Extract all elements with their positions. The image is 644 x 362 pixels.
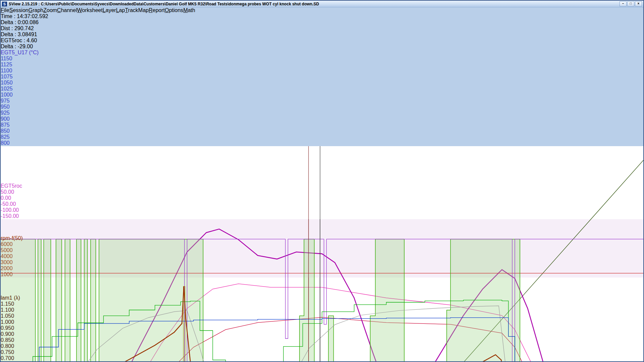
menu-item-math[interactable]: Math	[183, 7, 195, 13]
y-tick-label: 825	[1, 134, 643, 140]
y-tick-label: 975	[1, 98, 643, 104]
maximize-button[interactable]: □	[627, 1, 634, 6]
y-tick-label: 1150	[1, 56, 643, 62]
y-tick-label: 1100	[1, 68, 643, 74]
menu-item-channel[interactable]: Channel	[57, 7, 77, 13]
menu-item-lap[interactable]: Lap	[116, 7, 125, 13]
menu-item-worksheet[interactable]: Worksheet	[77, 7, 103, 13]
app-icon: S	[2, 2, 7, 6]
egt-y-axis-ticks: 1150112511001075105010251000975950925900…	[1, 56, 643, 146]
y-tick-label: 925	[1, 110, 643, 116]
charts-area: EGT5_U17 (°C) 11501125110010751050102510…	[1, 50, 643, 362]
sview-window: { "window": { "title": "SView 2.15.219 :…	[0, 0, 644, 362]
cursor-info-group-0: Time : 14:37:02.592Delta : 0:00.086	[1, 13, 643, 25]
rpm-plot[interactable]	[1, 278, 643, 362]
y-tick-label: 900	[1, 116, 643, 122]
egt-chart-panel: EGT5_U17 (°C) 11501125110010751050102510…	[1, 50, 643, 183]
menu-items: FileSessionGraphZoomChannelWorksheetLaye…	[1, 7, 643, 13]
y-tick-label: 875	[1, 122, 643, 128]
y-tick-label: 950	[1, 104, 643, 110]
menu-item-zoom[interactable]: Zoom	[43, 7, 57, 13]
minimize-button[interactable]: –	[620, 1, 627, 6]
title-bar: S SView 2.15.219 : C:\Users\Public\Docum…	[1, 1, 643, 7]
y-tick-label: 850	[1, 128, 643, 134]
menu-item-graph[interactable]: Graph	[29, 7, 43, 13]
main-area: EGT5_U17 (°C) 11501125110010751050102510…	[1, 50, 643, 362]
window-controls: – □ ×	[620, 1, 642, 6]
menu-item-file[interactable]: File	[1, 7, 9, 13]
cursor-info-bar: Time : 14:37:02.592Delta : 0:00.086Dist …	[1, 13, 643, 50]
menu-item-options[interactable]: Options	[165, 7, 183, 13]
y-tick-label: 1050	[1, 80, 643, 86]
y-tick-label: 1025	[1, 86, 643, 92]
window-title: SView 2.15.219 : C:\Users\Public\Documen…	[9, 2, 319, 6]
cursor-info-group-2: EGT5roc : 4.60Delta : -29.00	[1, 38, 643, 50]
chart-svg	[1, 278, 643, 362]
menu-item-report[interactable]: Report	[149, 7, 165, 13]
menu-item-session[interactable]: Session	[9, 7, 29, 13]
y-tick-label: 1000	[1, 92, 643, 98]
egt-y-axis-label: EGT5_U17 (°C)	[1, 50, 643, 56]
menu-bar: FileSessionGraphZoomChannelWorksheetLaye…	[1, 7, 643, 50]
y-tick-label: 800	[1, 140, 643, 146]
y-tick-label: 1075	[1, 74, 643, 80]
menu-item-layer[interactable]: Layer	[103, 7, 116, 13]
close-button[interactable]: ×	[635, 1, 642, 6]
menu-item-trackmap[interactable]: TrackMap	[125, 7, 149, 13]
cursor-info-group-1: Dist : 290.742Delta : 3.08491	[1, 25, 643, 38]
y-tick-label: 1125	[1, 62, 643, 68]
